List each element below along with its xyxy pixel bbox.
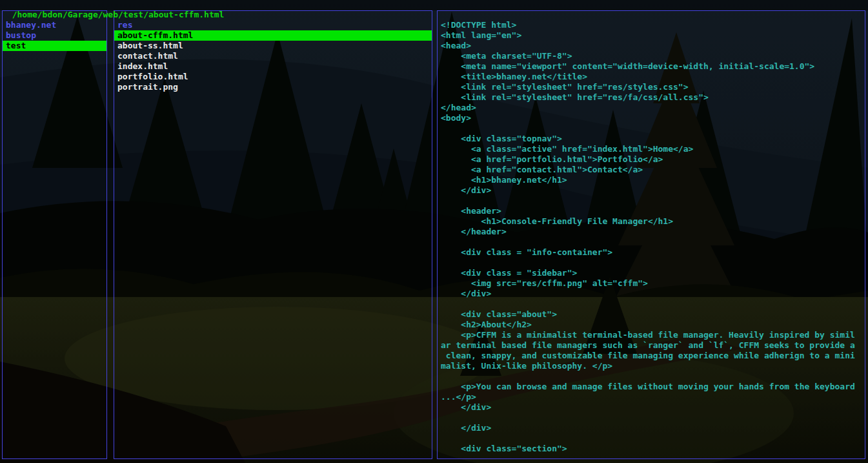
current-path-bar: /home/bdon/Garage/web/test/about-cffm.ht…	[2, 0, 224, 10]
parent-directory-panel: bhaney.netbustoptest	[2, 10, 107, 459]
current-dir-item[interactable]: about-ss.html	[114, 41, 432, 51]
parent-dir-item[interactable]: bhaney.net	[3, 20, 106, 30]
parent-dir-item-selected[interactable]: test	[3, 41, 106, 51]
current-dir-item[interactable]: portrait.png	[114, 82, 432, 92]
file-preview-panel: <!DOCTYPE html> <html lang="en"> <head> …	[437, 10, 865, 459]
current-dir-item[interactable]: portfolio.html	[114, 72, 432, 82]
current-path-text: /home/bdon/Garage/web/test/about-cffm.ht…	[12, 10, 225, 19]
current-dir-item[interactable]: res	[114, 20, 432, 30]
parent-dir-item[interactable]: bustop	[3, 30, 106, 41]
file-preview-text: <!DOCTYPE html> <html lang="en"> <head> …	[438, 11, 865, 454]
current-dir-item-selected[interactable]: about-cffm.html	[114, 30, 432, 41]
current-directory-panel: resabout-cffm.htmlabout-ss.htmlcontact.h…	[114, 10, 432, 459]
current-directory-list: resabout-cffm.htmlabout-ss.htmlcontact.h…	[114, 11, 432, 92]
current-dir-item[interactable]: index.html	[114, 61, 432, 72]
current-dir-item[interactable]: contact.html	[114, 51, 432, 61]
